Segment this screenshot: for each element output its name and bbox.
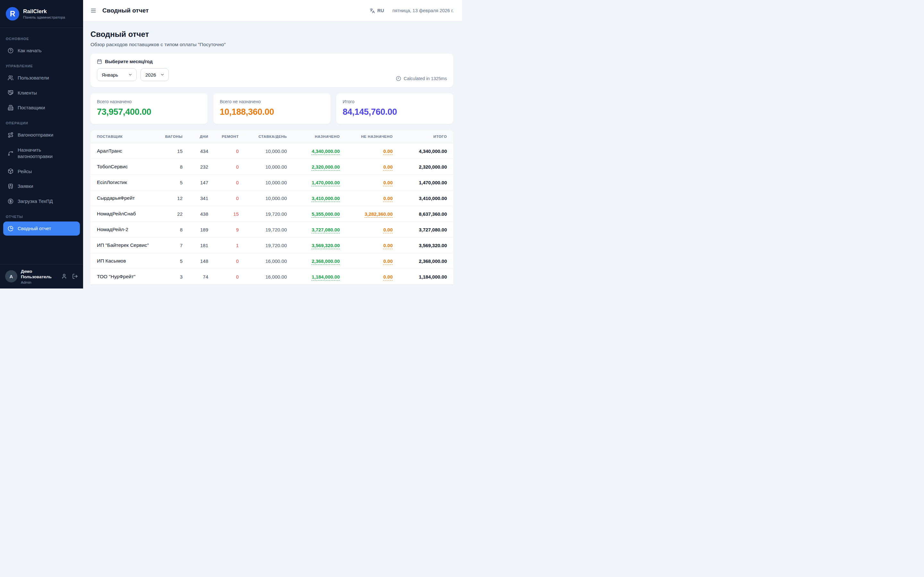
stat-value-unassigned: 10,188,360.00 — [220, 107, 324, 117]
table-row: НомадРейлСнаб 22 438 15 19,720.00 5,355,… — [90, 206, 453, 222]
hamburger-menu-icon[interactable] — [90, 7, 97, 14]
wagons-cell: 12 — [157, 190, 187, 206]
language-switcher[interactable]: RU — [370, 8, 384, 13]
brand-subtitle: Панель администратора — [23, 15, 65, 19]
column-header-supplier: ПОСТАВЩИК — [90, 130, 157, 143]
logout-icon[interactable] — [72, 274, 78, 279]
unassigned-cell: 0.00 — [344, 253, 397, 269]
assigned-amount-link[interactable]: 1,470,000.00 — [312, 180, 340, 185]
pie-chart-icon — [8, 226, 13, 231]
assigned-amount-link[interactable]: 2,368,000.00 — [312, 258, 340, 264]
supplier-name: НомадРейл-2 — [90, 222, 157, 237]
unassigned-amount-link[interactable]: 3,282,360.00 — [365, 211, 393, 217]
total-cell: 4,340,000.00 — [397, 143, 453, 159]
brand-name: RailClerk — [23, 8, 65, 15]
sidebar-item-label: Поставщики — [18, 105, 45, 111]
sidebar-item-label: Рейсы — [18, 168, 32, 175]
brand: R RailClerk Панель администратора — [0, 0, 83, 28]
assigned-amount-link[interactable]: 1,184,000.00 — [312, 274, 340, 279]
stat-card-assigned: Всего назначено 73,957,400.00 — [90, 93, 208, 124]
wagons-cell: 15 — [157, 143, 187, 159]
users-icon — [8, 75, 13, 81]
section-label-management: УПРАВЛЕНИЕ — [6, 64, 78, 68]
unassigned-amount-link[interactable]: 0.00 — [383, 164, 393, 169]
stat-label: Итого — [342, 99, 447, 104]
sidebar-item-label: Клиенты — [18, 90, 37, 96]
stat-value-assigned: 73,957,400.00 — [97, 107, 201, 117]
unassigned-amount-link[interactable]: 0.00 — [383, 243, 393, 248]
repair-cell: 0 — [213, 143, 243, 159]
sidebar-item-users[interactable]: Пользователи — [3, 71, 80, 85]
avatar: A — [5, 270, 17, 282]
package-icon — [8, 168, 13, 174]
sidebar-item-clients[interactable]: Клиенты — [3, 86, 80, 100]
total-cell: 2,368,000.00 — [397, 253, 453, 269]
unassigned-amount-link[interactable]: 0.00 — [383, 274, 393, 279]
table-row: НомадРейл-2 8 189 9 19,720.00 3,727,080.… — [90, 222, 453, 237]
unassigned-amount-link[interactable]: 0.00 — [383, 258, 393, 264]
unassigned-amount-link[interactable]: 0.00 — [383, 195, 393, 201]
wagons-cell: 8 — [157, 222, 187, 237]
repair-cell: 9 — [213, 222, 243, 237]
assigned-cell: 4,340,000.00 — [291, 143, 344, 159]
assigned-cell: 3,727,080.00 — [291, 222, 344, 237]
wagons-cell: 7 — [157, 237, 187, 253]
calendar-icon — [97, 59, 102, 64]
assigned-amount-link[interactable]: 5,355,000.00 — [312, 211, 340, 217]
sidebar-item-techpd-upload[interactable]: Загрузка ТехПД — [3, 194, 80, 208]
month-select[interactable]: Январь — [97, 68, 137, 81]
assigned-cell: 3,569,320.00 — [291, 237, 344, 253]
chevron-down-icon — [128, 73, 132, 77]
days-cell: 189 — [187, 222, 213, 237]
unassigned-amount-link[interactable]: 0.00 — [383, 180, 393, 185]
unassigned-amount-link[interactable]: 0.00 — [383, 148, 393, 154]
column-header-unassigned: НЕ НАЗНАЧЕНО — [344, 130, 397, 143]
sidebar-item-assign-wagon-dispatches[interactable]: Назначить вагоноотправки — [3, 143, 80, 163]
repair-cell: 1 — [213, 237, 243, 253]
column-header-rate: СТАВКА/ДЕНЬ — [243, 130, 291, 143]
table-row: ТОО "НурФрейт" 3 74 0 16,000.00 1,184,00… — [90, 269, 453, 285]
sidebar-item-suppliers[interactable]: Поставщики — [3, 101, 80, 115]
filter-card: Выберите месяц/год Январь 2026 — [90, 53, 453, 87]
sidebar-item-how-to-start[interactable]: Как начать — [3, 44, 80, 58]
sidebar-item-trips[interactable]: Рейсы — [3, 164, 80, 179]
supplier-name: НомадРейлСнаб — [90, 206, 157, 222]
total-cell: 3,727,080.00 — [397, 222, 453, 237]
column-header-repair: РЕМОНТ — [213, 130, 243, 143]
section-label-main: ОСНОВНОЕ — [6, 37, 78, 41]
assigned-cell: 1,184,000.00 — [291, 269, 344, 285]
unassigned-cell: 0.00 — [344, 269, 397, 285]
assigned-amount-link[interactable]: 3,727,080.00 — [312, 227, 340, 232]
user-panel: A Демо Пользователь Admin — [0, 264, 83, 288]
repair-cell: 0 — [213, 159, 243, 175]
assigned-amount-link[interactable]: 3,410,000.00 — [312, 195, 340, 201]
assigned-amount-link[interactable]: 3,569,320.00 — [312, 243, 340, 248]
unassigned-cell: 0.00 — [344, 222, 397, 237]
column-header-assigned: НАЗНАЧЕНО — [291, 130, 344, 143]
total-cell: 3,569,320.00 — [397, 237, 453, 253]
sidebar-item-wagon-dispatches[interactable]: Вагоноотправки — [3, 128, 80, 142]
sidebar-item-label: Заявки — [18, 183, 33, 189]
wagons-cell: 5 — [157, 175, 187, 190]
stat-label: Всего не назначено — [220, 99, 324, 104]
clock-icon — [396, 76, 401, 81]
stat-card-unassigned: Всего не назначено 10,188,360.00 — [213, 93, 330, 124]
stat-label: Всего назначено — [97, 99, 201, 104]
assigned-amount-link[interactable]: 2,320,000.00 — [312, 164, 340, 169]
user-profile-icon[interactable] — [61, 274, 67, 279]
sidebar-item-label: Как начать — [18, 47, 42, 54]
sidebar-item-requests[interactable]: Заявки — [3, 179, 80, 193]
assigned-amount-link[interactable]: 4,340,000.00 — [312, 148, 340, 154]
unassigned-amount-link[interactable]: 0.00 — [383, 227, 393, 232]
month-select-value: Январь — [102, 72, 118, 77]
unassigned-cell: 0.00 — [344, 237, 397, 253]
filter-label: Выберите месяц/год — [105, 59, 153, 64]
sidebar-item-label: Загрузка ТехПД — [18, 198, 53, 205]
dollar-circle-icon — [8, 198, 13, 204]
total-cell: 8,637,360.00 — [397, 206, 453, 222]
table-body: АралТранс 15 434 0 10,000.00 4,340,000.0… — [90, 143, 453, 285]
sidebar-item-label: Вагоноотправки — [18, 132, 53, 138]
year-select[interactable]: 2026 — [141, 68, 169, 81]
table-row: ИП "Байтерек Сервис" 7 181 1 19,720.00 3… — [90, 237, 453, 253]
sidebar-item-summary-report[interactable]: Сводный отчет — [3, 221, 80, 235]
